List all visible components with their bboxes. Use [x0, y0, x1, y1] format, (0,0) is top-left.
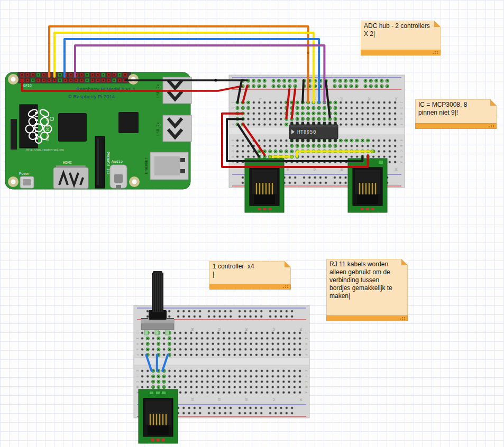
- svg-text:25: 25: [272, 398, 276, 402]
- ic-label: HT8950: [297, 129, 316, 135]
- gpio-label: GPIO: [23, 83, 32, 88]
- ethernet-port: [150, 152, 188, 180]
- svg-text:F: F: [305, 354, 308, 356]
- svg-text:I: I: [136, 338, 139, 339]
- svg-text:F: F: [231, 124, 234, 125]
- sticky-note-mcp3008[interactable]: IC = MCP3008, 8 pinnen niet 9|!: [415, 99, 497, 129]
- jumper-black-mid[interactable]: [303, 80, 304, 103]
- usb-bottom-label: USB 2x: [156, 122, 160, 135]
- note-bar[interactable]: [326, 315, 408, 321]
- note-text[interactable]: RJ 11 kabels worden alleen gebruikt om d…: [329, 260, 400, 315]
- svg-text:J: J: [305, 332, 308, 333]
- soc-chip: [58, 113, 87, 142]
- resize-grip-icon[interactable]: [493, 126, 494, 127]
- svg-text:10: 10: [191, 398, 194, 402]
- svg-text:E: E: [231, 139, 234, 141]
- pot-shaft[interactable]: [152, 271, 163, 312]
- resize-grip-icon[interactable]: [287, 287, 288, 288]
- svg-text:I: I: [305, 338, 308, 339]
- sticky-note-adc-hub[interactable]: ADC hub - 2 controllers X 2|: [361, 21, 441, 55]
- svg-text:30: 30: [395, 97, 398, 101]
- rj11-board-bottom[interactable]: [139, 389, 178, 443]
- svg-text:D: D: [136, 376, 139, 377]
- svg-text:D: D: [231, 145, 234, 147]
- svg-text:30: 30: [395, 167, 398, 171]
- fritzing-canvas: Raspberry Pi Model 2 v1.1 © Raspberry Pi…: [0, 0, 504, 447]
- svg-text:F: F: [136, 354, 139, 356]
- svg-text:F: F: [400, 124, 403, 125]
- resize-grip-icon[interactable]: [404, 319, 405, 320]
- note-bar[interactable]: [415, 123, 497, 129]
- svg-text:5: 5: [259, 98, 262, 99]
- svg-text:30: 30: [299, 398, 303, 402]
- hdmi-label: HDMI: [63, 161, 72, 165]
- svg-text:I: I: [400, 107, 403, 109]
- svg-text:D: D: [305, 376, 308, 377]
- svg-text:E: E: [400, 139, 403, 141]
- audio-label: Audio: [112, 160, 123, 164]
- svg-text:J: J: [400, 101, 403, 103]
- svg-text:D: D: [400, 145, 403, 147]
- wire-joint[interactable]: [307, 52, 309, 54]
- svg-text:30: 30: [299, 328, 303, 331]
- usb-port-bottom: [163, 115, 191, 142]
- note-bar[interactable]: [209, 284, 291, 290]
- svg-text:C: C: [400, 151, 403, 152]
- svg-text:J: J: [231, 101, 234, 103]
- ethernet-label: ETHERNET: [144, 157, 149, 174]
- svg-text:20: 20: [340, 97, 343, 101]
- csi-label: CSI (CAMERA): [106, 151, 110, 174]
- pi-url: http://www.raspberrypi.org: [26, 148, 64, 151]
- svg-text:I: I: [231, 107, 234, 109]
- note-text[interactable]: ADC hub - 2 controllers X 2|: [364, 22, 433, 50]
- svg-text:H: H: [136, 343, 139, 344]
- svg-text:E: E: [136, 370, 139, 371]
- audio-jack: [110, 165, 127, 189]
- svg-text:G: G: [305, 349, 308, 350]
- svg-text:G: G: [136, 349, 139, 350]
- pi-copyright: © Raspberry Pi 2014: [68, 94, 115, 99]
- resize-grip-icon[interactable]: [437, 53, 438, 54]
- sticky-note-controller[interactable]: 1 controller x4 |: [209, 261, 291, 290]
- note-text[interactable]: 1 controller x4 |: [213, 263, 283, 284]
- svg-text:C: C: [136, 381, 139, 383]
- svg-text:25: 25: [368, 97, 371, 101]
- chip-secondary: [118, 112, 139, 133]
- svg-text:10: 10: [191, 328, 194, 331]
- wire-joint[interactable]: [214, 79, 217, 81]
- note-text[interactable]: IC = MCP3008, 8 pinnen niet 9|!: [418, 101, 489, 123]
- svg-text:H: H: [400, 113, 403, 114]
- svg-text:20: 20: [245, 398, 248, 402]
- svg-text:C: C: [231, 151, 234, 152]
- schematic-scene: Raspberry Pi Model 2 v1.1 © Raspberry Pi…: [0, 0, 504, 447]
- svg-text:H: H: [305, 343, 308, 344]
- svg-text:E: E: [305, 370, 308, 371]
- svg-text:J: J: [136, 332, 139, 333]
- svg-text:15: 15: [218, 398, 221, 402]
- hdmi-port: [53, 165, 88, 189]
- svg-text:15: 15: [218, 328, 221, 331]
- note-bar[interactable]: [361, 50, 441, 55]
- svg-text:20: 20: [245, 328, 248, 331]
- svg-text:C: C: [305, 381, 308, 383]
- ic-chip[interactable]: HT8950: [289, 122, 338, 142]
- power-port: [20, 176, 34, 188]
- power-label: Power: [19, 172, 30, 176]
- svg-text:G: G: [400, 118, 403, 120]
- raspberry-pi-board[interactable]: Raspberry Pi Model 2 v1.1 © Raspberry Pi…: [5, 72, 191, 189]
- sticky-note-rj11[interactable]: RJ 11 kabels worden alleen gebruikt om d…: [326, 259, 408, 321]
- svg-text:25: 25: [272, 328, 276, 331]
- potentiometer[interactable]: [141, 271, 174, 335]
